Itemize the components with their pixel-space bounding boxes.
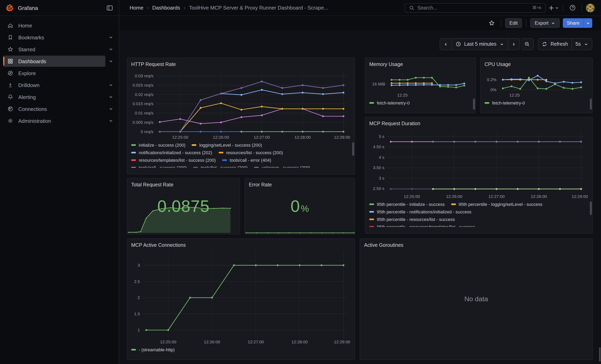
sidebar-item-alerting-link[interactable]: Alerting: [3, 91, 105, 103]
share-button[interactable]: Share: [563, 18, 583, 28]
legend-scrollbar[interactable]: [590, 201, 592, 215]
svg-text:0.025 req/s: 0.025 req/s: [132, 83, 153, 88]
refresh-button[interactable]: Refresh: [538, 38, 572, 50]
legend-scrollbar[interactable]: [352, 142, 354, 156]
zoom-out-button[interactable]: [521, 38, 534, 50]
chevron-left-icon: [443, 42, 448, 46]
legend-item[interactable]: fetch-telemetry-0: [485, 100, 525, 105]
dashboard-canvas: Last 5 minutes Refresh: [120, 30, 601, 364]
panel-title[interactable]: Error Rate: [249, 182, 351, 188]
panel-title[interactable]: Total Request Rate: [131, 182, 236, 188]
sidebar-item-connections: Connections: [3, 103, 116, 114]
dashboard-scrollbar[interactable]: [599, 347, 601, 362]
sidebar-item-administration: Administration: [3, 115, 116, 126]
favorite-star-icon[interactable]: [486, 18, 497, 28]
legend-item[interactable]: resources/templates/list - success (200): [131, 158, 216, 163]
sidebar-item-drilldown-link[interactable]: Drilldown: [3, 79, 105, 91]
refresh-interval-picker[interactable]: 5s: [572, 38, 592, 50]
sidebar-item-starred-link[interactable]: Starred: [3, 44, 105, 55]
legend-row: 95th percentile - initialize - success95…: [369, 202, 588, 207]
sidebar-item-dashboards-link[interactable]: Dashboards: [3, 56, 105, 67]
search-placeholder: Search...: [417, 5, 530, 10]
chevron-down-icon[interactable]: [106, 56, 116, 67]
new-button[interactable]: [548, 5, 559, 11]
panel-title[interactable]: HTTP Request Rate: [131, 61, 351, 68]
svg-text:12:28:00: 12:28:00: [531, 194, 547, 199]
legend-swatch: [369, 226, 374, 227]
divider: [563, 4, 563, 11]
sidebar-item-explore-link[interactable]: Explore: [3, 68, 116, 79]
legend-item[interactable]: initialize - success (200): [131, 143, 185, 148]
http-request-rate-chart[interactable]: 0 req/s0.005 req/s0.01 req/s0.015 req/s0…: [131, 69, 351, 140]
svg-text:3 s: 3 s: [379, 176, 384, 180]
mcp-request-duration-chart[interactable]: 5 s4.50 s4 s3.50 s3 s2.50 s12:25:0012:26…: [369, 128, 588, 199]
breadcrumb-dashboards[interactable]: Dashboards: [152, 5, 180, 11]
edit-button[interactable]: Edit: [505, 18, 522, 28]
help-icon[interactable]: [567, 3, 578, 13]
time-shift-back-button[interactable]: [440, 38, 452, 50]
time-range-picker[interactable]: Last 5 minutes: [452, 38, 508, 50]
time-shift-forward-button[interactable]: [508, 38, 520, 50]
legend-item[interactable]: notifications/initialized - success (202…: [131, 150, 212, 155]
legend-label: notifications/initialized - success (202…: [139, 150, 212, 155]
chevron-down-icon[interactable]: [106, 79, 116, 91]
dashboard-toolbar: Edit Export Share: [120, 16, 601, 30]
chevron-down-icon[interactable]: [106, 103, 116, 114]
breadcrumb-home[interactable]: Home: [130, 5, 143, 11]
panel-title[interactable]: MCP Active Connections: [131, 242, 351, 248]
legend-label: tools/list - success (200): [201, 165, 248, 168]
legend-item[interactable]: tools/call - success (200): [131, 165, 187, 168]
svg-text:12:27:00: 12:27:00: [488, 194, 505, 199]
legend-item[interactable]: logging/setLevel - success (200): [192, 143, 262, 148]
avatar[interactable]: [586, 3, 595, 12]
panel-title[interactable]: CPU Usage: [485, 61, 588, 68]
legend-item[interactable]: - (streamable-http): [131, 347, 175, 352]
legend-item[interactable]: tools/call - error (404): [222, 158, 271, 163]
chevron-down-icon[interactable]: [106, 115, 116, 126]
legend-item[interactable]: 95th percentile - notifications/initiali…: [369, 209, 471, 214]
legend-row: fetch-telemetry-0: [485, 100, 588, 105]
sidebar-item-alerting: Alerting: [3, 91, 116, 103]
legend-item[interactable]: unknown - success (200): [254, 165, 310, 168]
legend-item[interactable]: 95th percentile - initialize - success: [369, 202, 445, 207]
legend-item[interactable]: fetch-telemetry-0: [369, 100, 410, 105]
cpu-usage-chart[interactable]: 0.2%0%12:25: [485, 69, 588, 98]
legend-label: logging/setLevel - success (200): [199, 143, 262, 148]
search-input[interactable]: Search... ⌘+k: [405, 3, 546, 12]
chevron-down-icon[interactable]: [106, 91, 116, 103]
legend-label: initialize - success (200): [139, 143, 185, 148]
legend-row: resources/templates/list - success (200)…: [131, 158, 351, 163]
sidebar-item-connections-link[interactable]: Connections: [3, 103, 105, 114]
http-legend: initialize - success (200)logging/setLev…: [131, 140, 351, 168]
legend-item[interactable]: 95th percentile - resources/list - succe…: [369, 217, 455, 222]
panel-title[interactable]: Memory Usage: [369, 61, 471, 68]
legend-scrollbar[interactable]: [473, 98, 475, 110]
divider: [526, 19, 526, 27]
sidebar-item-home-link[interactable]: Home: [3, 20, 116, 31]
refresh-label: Refresh: [551, 41, 568, 47]
panel-title[interactable]: MCP Request Duration: [369, 120, 588, 127]
sidebar-item-administration-link[interactable]: Administration: [3, 115, 105, 126]
legend-item[interactable]: 95th percentile - resources/templates/li…: [369, 225, 475, 227]
svg-text:12:29:00: 12:29:00: [571, 194, 588, 199]
sidebar-item-label: Explore: [18, 70, 36, 76]
svg-text:16 MiB: 16 MiB: [372, 82, 385, 86]
chevron-down-icon[interactable]: [106, 44, 116, 55]
legend-swatch: [369, 211, 374, 213]
sidebar-item-bookmarks-link[interactable]: Bookmarks: [3, 32, 105, 43]
legend-item[interactable]: resources/list - success (200): [218, 150, 283, 155]
export-button[interactable]: Export: [531, 18, 560, 28]
breadcrumb-current: ToolHive MCP Server & Proxy Runner Dashb…: [189, 5, 328, 11]
dock-menu-icon[interactable]: [105, 3, 115, 13]
chevron-down-icon[interactable]: [106, 32, 116, 43]
sidebar-item-label: Starred: [18, 46, 35, 52]
grafana-logo[interactable]: [6, 4, 14, 12]
legend-item[interactable]: tools/list - success (200): [193, 165, 248, 168]
memory-legend: fetch-telemetry-0: [369, 98, 471, 108]
legend-scrollbar[interactable]: [590, 98, 592, 110]
mcp-active-connections-chart[interactable]: 32.521.5112:25:0012:26:0012:27:0012:28:0…: [131, 250, 351, 344]
legend-item[interactable]: 95th percentile - logging/setLevel - suc…: [451, 202, 542, 207]
share-options-chevron[interactable]: [583, 18, 592, 28]
panel-http-request-rate: HTTP Request Rate 0 req/s0.005 req/s0.01…: [127, 58, 355, 175]
memory-usage-chart[interactable]: 16 MiB12:25: [369, 69, 471, 98]
